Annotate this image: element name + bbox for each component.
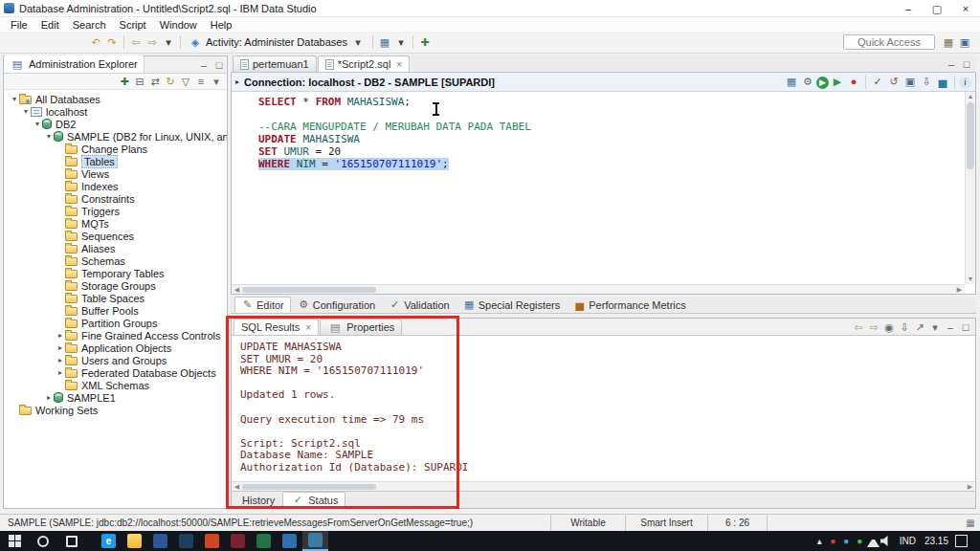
tree-item-xml-schemas[interactable]: XML Schemas (4, 379, 227, 391)
editor-page-tab-editor[interactable]: ✎Editor (234, 297, 291, 313)
menu-script[interactable]: Script (113, 19, 153, 31)
tree-item-indexes[interactable]: Indexes (4, 180, 227, 192)
tree-item-mqts[interactable]: MQTs (4, 217, 227, 230)
close-tab-icon[interactable]: × (396, 59, 402, 70)
menu-window[interactable]: Window (153, 19, 204, 31)
tree-item-sample-db2-for-linux-unix-and-wind[interactable]: ▾SAMPLE (DB2 for Linux, UNIX, and Wind (4, 130, 227, 143)
refresh-icon[interactable]: ↻ (163, 75, 178, 89)
maximize-icon[interactable]: □ (212, 58, 227, 73)
tree-item-tables[interactable]: Tables (4, 155, 227, 167)
scroll-right-icon[interactable]: ▶ (954, 285, 965, 294)
back-nav-icon[interactable]: ⇦ (851, 320, 866, 335)
tree-item-users-and-groups[interactable]: ▸Users and Groups (4, 354, 227, 366)
maximize-icon[interactable]: □ (958, 320, 973, 335)
stop-icon[interactable]: ● (846, 75, 861, 89)
start-button[interactable] (0, 531, 29, 551)
dropdown-icon[interactable]: ▾ (161, 35, 176, 50)
chart-icon[interactable]: ▅ (935, 75, 950, 89)
tree-item-application-objects[interactable]: ▸Application Objects (4, 342, 227, 354)
open-new-icon[interactable]: ↗ (912, 320, 927, 335)
language-indicator[interactable]: IND (898, 536, 918, 546)
expand-arrow-icon[interactable]: ▸ (44, 393, 54, 402)
link-with-editor-icon[interactable]: ⇄ (147, 75, 163, 89)
taskbar-app-app-navy[interactable] (173, 531, 199, 551)
rollback-icon[interactable]: ↺ (886, 75, 902, 89)
undo-icon[interactable]: ↶ (88, 35, 103, 50)
results-tab-properties[interactable]: ▤Properties (320, 319, 402, 335)
vertical-scrollbar[interactable]: ▲ ▼ (965, 92, 975, 284)
menu-file[interactable]: File (4, 19, 34, 31)
window-maximize-icon[interactable]: ▢ (923, 0, 951, 17)
view-menu-icon[interactable]: ▾ (927, 320, 943, 335)
volume-icon[interactable] (880, 535, 893, 547)
tree-item-federated-database-objects[interactable]: ▸Federated Database Objects (4, 366, 227, 379)
tree-item-table-spaces[interactable]: Table Spaces (4, 292, 227, 304)
collapse-arrow-icon[interactable]: ▾ (10, 95, 19, 103)
collapse-arrow-icon[interactable]: ▾ (33, 120, 42, 128)
horizontal-scrollbar[interactable]: ◀ ▶ (232, 284, 965, 294)
results-tab-sql-results[interactable]: SQL Results× (234, 319, 319, 335)
expand-arrow-icon[interactable]: ▸ (56, 331, 65, 340)
gear-icon[interactable]: ⚙ (800, 75, 815, 89)
run-current-icon[interactable]: ▶ (830, 75, 845, 89)
dropdown-icon[interactable]: ▾ (393, 35, 409, 50)
scroll-right-icon[interactable]: ▶ (965, 482, 975, 491)
expand-arrow-icon[interactable]: ▸ (56, 368, 65, 377)
collapse-all-icon[interactable]: ⊟ (132, 75, 147, 89)
code-editor[interactable]: SELECT * FROM MAHASISWA; --CARA MENGUPDA… (232, 92, 965, 284)
statusbar-grid-icon[interactable]: ▦ (961, 518, 980, 528)
results-horizontal-scrollbar[interactable]: ◀ ▶ (232, 481, 975, 491)
perspective-grid-icon[interactable]: ▦ (941, 35, 956, 50)
hidden-icons-chevron[interactable]: ▴ (813, 535, 826, 547)
forward-nav-icon[interactable]: ⇨ (866, 320, 881, 335)
view-menu-icon[interactable]: ▾ (209, 75, 224, 89)
commit-icon[interactable]: ✓ (870, 75, 885, 89)
wifi-icon[interactable] (867, 535, 880, 547)
taskbar-app-app-blue[interactable] (147, 531, 173, 551)
collapse-arrow-icon[interactable]: ▸ (235, 77, 239, 86)
expand-arrow-icon[interactable]: ▸ (56, 343, 65, 352)
new-connection-icon[interactable]: ✚ (117, 75, 132, 89)
menu-help[interactable]: Help (204, 19, 239, 31)
taskbar-app-ibm-data-studio[interactable] (302, 531, 328, 551)
taskbar-app-edge[interactable]: e (96, 531, 122, 551)
editor-page-tab-performance-metrics[interactable]: ▅Performance Metrics (567, 297, 692, 313)
tree-item-localhost[interactable]: ▾localhost (4, 105, 227, 118)
taskbar-app-app-maroon[interactable] (225, 531, 251, 551)
scroll-up-icon[interactable]: ▲ (966, 92, 975, 101)
task-view-button[interactable] (57, 531, 86, 551)
activity-icon[interactable]: ◈ (188, 35, 203, 50)
tree-item-buffer-pools[interactable]: Buffer Pools (4, 304, 227, 317)
tree-item-sequences[interactable]: Sequences (4, 230, 227, 242)
window-close-icon[interactable]: × (951, 0, 980, 17)
tab-administration-explorer[interactable]: ▤ Administration Explorer (4, 55, 145, 73)
forward-nav-icon[interactable]: ⇨ (145, 35, 160, 50)
editor-tab-script2-sql[interactable]: *Script2.sql× (318, 55, 410, 72)
results-subtab-history[interactable]: History (234, 492, 282, 508)
run-icon[interactable]: ▶ (816, 77, 829, 89)
pin-icon[interactable]: ◉ (881, 320, 897, 335)
tree-item-sample1[interactable]: ▸SAMPLE1 (4, 391, 227, 404)
minimize-icon[interactable]: – (943, 320, 958, 335)
scroll-down-icon[interactable]: ▼ (966, 275, 975, 284)
close-tab-icon[interactable]: × (305, 322, 311, 333)
minimize-icon[interactable]: – (196, 58, 212, 73)
collapse-arrow-icon[interactable]: ▾ (44, 132, 54, 141)
list-view-icon[interactable]: ≡ (193, 75, 209, 89)
menu-search[interactable]: Search (66, 19, 113, 31)
tree-item-temporary-tables[interactable]: Temporary Tables (4, 267, 227, 279)
taskbar-app-app-orange[interactable] (199, 531, 225, 551)
taskbar-app-app-lightblue[interactable] (277, 531, 302, 551)
results-subtab-status[interactable]: ✓Status (282, 492, 345, 508)
editor-page-tab-special-registers[interactable]: ▦Special Registers (457, 297, 568, 313)
tree-item-all-databases[interactable]: ▾All Databases (4, 93, 227, 105)
insert-mode-indicator[interactable]: Smart Insert (625, 515, 707, 531)
editor-tab-pertemuan1[interactable]: pertemuan1 (233, 55, 317, 72)
search-button[interactable] (29, 531, 57, 551)
editor-page-tab-validation[interactable]: ✓Validation (382, 297, 457, 313)
dropdown-icon[interactable]: ▾ (350, 35, 366, 50)
export-results-icon[interactable]: ⇩ (897, 320, 912, 335)
export-icon[interactable]: ⇩ (919, 75, 934, 89)
tray-red-dot-icon[interactable]: ● (827, 535, 839, 547)
tree-item-constraints[interactable]: Constraints (4, 192, 227, 205)
